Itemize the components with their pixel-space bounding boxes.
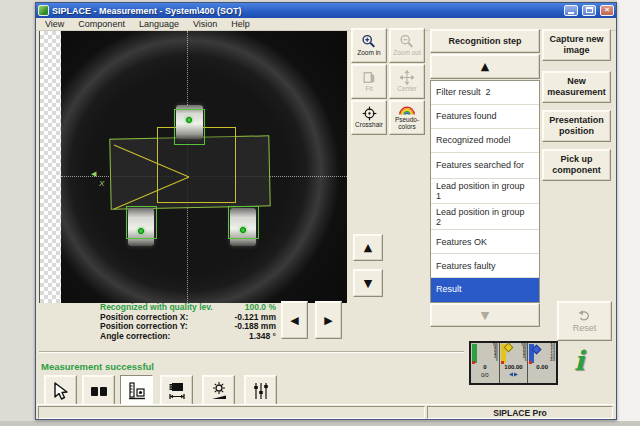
status-message: Measurement successful	[41, 361, 154, 372]
zoom-out-button[interactable]: Zoom out	[389, 28, 425, 63]
measurement-tool-button[interactable]	[120, 375, 153, 406]
up-arrow-icon: ▲	[364, 242, 372, 253]
status-bar: SIPLACE Pro	[37, 404, 615, 419]
list-item-features-ok[interactable]: Features OK	[431, 230, 539, 254]
fit-button[interactable]: Fit	[351, 64, 387, 99]
menu-component[interactable]: Component	[71, 18, 132, 30]
center-icon	[399, 70, 415, 85]
component-dimension-icon	[167, 381, 187, 401]
list-item-recognized-model[interactable]: Recognized model	[431, 129, 539, 153]
pick-up-component-button[interactable]: Pick up component	[542, 149, 611, 181]
recognition-step-header: Recognition step	[430, 29, 540, 53]
gauge-reading: 100.00	[500, 364, 528, 370]
minimize-icon	[568, 12, 574, 14]
next-step-button[interactable]: ▶	[315, 301, 342, 339]
lead-center-dot-top	[186, 117, 192, 123]
image-panel: ◀ X	[39, 31, 346, 303]
app-icon	[38, 5, 49, 16]
zoom-in-label: Zoom in	[357, 50, 380, 57]
app-window: SIPLACE - Measurement - System\400 (SOT)…	[35, 2, 617, 420]
angle-label: Angle correction:	[100, 332, 170, 342]
info-icon[interactable]: i	[574, 347, 584, 374]
list-item-lead-group-2[interactable]: Lead position in group 2	[431, 204, 539, 230]
desktop: SIPLACE - Measurement - System\400 (SOT)…	[0, 0, 640, 426]
lead-outline-top	[174, 109, 205, 145]
gauge-deviation: 5.0 3.0 1.0 -1.0 -3.0 -5.0 0.00	[528, 343, 556, 383]
maximize-icon	[586, 7, 593, 13]
gauge-ticks: 100 80 60 40 20 0	[493, 344, 498, 363]
center-button[interactable]: Center	[389, 64, 425, 99]
component-dimension-tool-button[interactable]	[160, 375, 193, 406]
left-arrow-icon: ◀	[290, 315, 298, 326]
zoom-in-button[interactable]: Zoom in	[351, 28, 387, 63]
menu-help[interactable]: Help	[224, 18, 257, 30]
right-arrow-icon: ▶	[324, 315, 332, 326]
crosshair-label: Crosshair	[355, 122, 383, 129]
transparency-checker	[40, 31, 61, 303]
fit-icon	[362, 70, 376, 85]
balance-icon	[509, 372, 518, 377]
menu-language[interactable]: Language	[132, 18, 186, 30]
down-arrow-icon: ▼	[481, 310, 489, 321]
list-item-features-found[interactable]: Features found	[431, 105, 539, 129]
list-item-features-faulty[interactable]: Features faulty	[431, 254, 539, 278]
scroll-up-button[interactable]: ▲	[353, 234, 383, 261]
reset-button[interactable]: Reset	[557, 301, 612, 341]
measurement-gauges: 100 80 60 40 20 0 0 0/0 100 80 60 40 20 …	[469, 341, 558, 385]
pointer-tool-button[interactable]	[44, 375, 77, 406]
fit-label: Fit	[365, 86, 372, 93]
lead-center-dot-bottom-right	[240, 227, 246, 233]
pseudo-colors-label: Pseudo-colors	[390, 117, 424, 131]
zoom-out-icon	[399, 34, 415, 49]
separator-line	[39, 351, 464, 353]
status-bar-cell-left	[38, 406, 425, 419]
crosshair-button[interactable]: Crosshair	[351, 100, 387, 135]
illumination-tool-button[interactable]	[202, 375, 235, 406]
camera-image[interactable]: ◀ X	[61, 31, 347, 303]
measure-icon	[127, 381, 147, 401]
menu-view[interactable]: View	[38, 18, 71, 30]
gauge-reading: 0	[471, 364, 499, 370]
component-tool-button[interactable]	[82, 375, 115, 406]
title-bar[interactable]: SIPLACE - Measurement - System\400 (SOT)…	[36, 3, 616, 18]
pointer-icon	[51, 381, 71, 401]
crosshair-icon	[362, 106, 377, 121]
lead-center-dot-bottom-left	[138, 228, 144, 234]
illumination-icon	[209, 381, 229, 401]
previous-step-button[interactable]: ◀	[281, 301, 308, 339]
down-arrow-icon: ▼	[364, 278, 372, 289]
gauge-count: 100 80 60 40 20 0 0 0/0	[471, 343, 500, 383]
pseudo-colors-icon	[398, 104, 416, 116]
x-axis-label: X	[99, 179, 104, 188]
list-item-result[interactable]: Result	[431, 278, 539, 302]
new-measurement-button[interactable]: New measurement	[542, 71, 611, 103]
scroll-down-button[interactable]: ▼	[353, 269, 383, 297]
gauge-sub-reading	[500, 372, 528, 378]
window-title: SIPLACE - Measurement - System\400 (SOT)	[52, 6, 560, 16]
menu-vision[interactable]: Vision	[186, 18, 224, 30]
minimize-button[interactable]	[564, 5, 578, 16]
product-name: SIPLACE Pro	[493, 408, 546, 418]
maximize-button[interactable]	[582, 5, 596, 16]
gauge-reading: 0.00	[528, 364, 556, 370]
recognition-scroll-up-button[interactable]: ▲	[430, 54, 540, 79]
recognition-scroll-down-button[interactable]: ▼	[430, 303, 540, 327]
component-icon	[89, 381, 109, 401]
zoom-in-icon	[361, 34, 377, 49]
model-vector-overlay	[61, 31, 347, 303]
capture-new-image-button[interactable]: Capture new image	[542, 29, 611, 61]
presentation-position-button[interactable]: Presentation position	[542, 110, 611, 142]
desktop-margin-right	[617, 0, 640, 426]
pseudo-colors-button[interactable]: Pseudo-colors	[389, 100, 425, 135]
reset-label: Reset	[573, 323, 597, 333]
list-item-lead-group-1[interactable]: Lead position in group 1	[431, 179, 539, 205]
center-label: Center	[397, 86, 417, 93]
lead-outline-bottom-right	[228, 206, 259, 239]
adjust-sliders-tool-button[interactable]	[244, 375, 277, 406]
close-button[interactable]: ×	[600, 5, 614, 16]
list-item-features-searched[interactable]: Features searched for	[431, 153, 539, 179]
adjust-sliders-icon	[251, 381, 271, 401]
list-item-filter-result[interactable]: Filter result 2	[431, 81, 539, 105]
undo-arrow-icon	[577, 310, 592, 322]
measurement-result: Recognized with quality lev. 100.0 % Pos…	[100, 303, 276, 341]
